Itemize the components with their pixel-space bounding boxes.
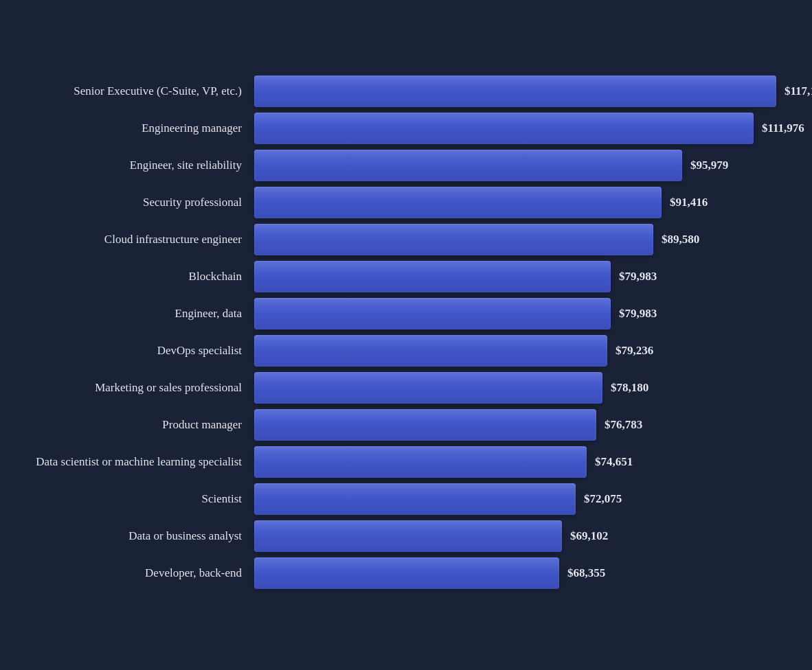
bar-value: $79,236 — [616, 344, 653, 358]
bar-label: DevOps specialist — [27, 343, 254, 358]
bar-label: Product manager — [27, 417, 254, 432]
bar — [254, 224, 653, 255]
bar-row: Engineer, data$79,983 — [27, 298, 785, 330]
bar-wrapper: $79,236 — [254, 335, 785, 367]
bar-row: Data or business analyst$69,102 — [27, 520, 785, 552]
bar-label: Marketing or sales professional — [27, 380, 254, 395]
bar — [254, 520, 562, 552]
bar-label: Developer, back-end — [27, 566, 254, 581]
bar — [254, 113, 754, 144]
bar-value: $117,126 — [785, 84, 812, 98]
bar-row: Cloud infrastructure engineer$89,580 — [27, 224, 785, 255]
bar-label: Engineer, site reliability — [27, 158, 254, 173]
bar-wrapper: $69,102 — [254, 520, 785, 552]
bar-row: Scientist$72,075 — [27, 483, 785, 515]
bar-value: $69,102 — [570, 529, 608, 543]
bar-label: Security professional — [27, 195, 254, 210]
bar-wrapper: $91,416 — [254, 187, 785, 218]
bar-wrapper: $74,651 — [254, 446, 785, 478]
bar-row: Engineering manager$111,976 — [27, 113, 785, 144]
bar-value: $79,983 — [619, 270, 657, 284]
bar-value: $79,983 — [619, 307, 657, 321]
bar-wrapper: $95,979 — [254, 150, 785, 181]
bar-wrapper: $117,126 — [254, 76, 812, 107]
bar-value: $111,976 — [762, 122, 804, 135]
bar-label: Scientist — [27, 492, 254, 507]
bar-wrapper: $89,580 — [254, 224, 785, 255]
bar-row: Data scientist or machine learning speci… — [27, 446, 785, 478]
bar-value: $91,416 — [670, 196, 708, 209]
bar-label: Senior Executive (C-Suite, VP, etc.) — [27, 84, 254, 99]
bar-value: $78,180 — [611, 381, 649, 395]
bar-wrapper: $79,983 — [254, 261, 785, 292]
bar-label: Data or business analyst — [27, 529, 254, 544]
bar — [254, 150, 682, 181]
bar-value: $95,979 — [690, 159, 728, 172]
bar — [254, 483, 576, 515]
bar — [254, 298, 611, 330]
bar-label: Cloud infrastructure engineer — [27, 232, 254, 247]
bar-wrapper: $76,783 — [254, 409, 785, 441]
bar-label: Engineer, data — [27, 306, 254, 321]
bar-value: $89,580 — [662, 233, 699, 246]
bar-row: Senior Executive (C-Suite, VP, etc.)$117… — [27, 76, 785, 107]
bar — [254, 76, 776, 107]
bar-wrapper: $78,180 — [254, 372, 785, 404]
bar-row: DevOps specialist$79,236 — [27, 335, 785, 367]
bar-wrapper: $79,983 — [254, 298, 785, 330]
bar-label: Data scientist or machine learning speci… — [27, 454, 254, 470]
bar-value: $72,075 — [584, 492, 622, 506]
bar — [254, 446, 587, 478]
bar — [254, 335, 607, 367]
bar-row: Security professional$91,416 — [27, 187, 785, 218]
bar-row: Developer, back-end$68,355 — [27, 557, 785, 589]
bar — [254, 261, 611, 292]
bar-chart: Senior Executive (C-Suite, VP, etc.)$117… — [27, 76, 785, 594]
bar-row: Blockchain$79,983 — [27, 261, 785, 292]
bar — [254, 557, 559, 589]
bar-wrapper: $72,075 — [254, 483, 785, 515]
bar-label: Blockchain — [27, 269, 254, 284]
bar-value: $74,651 — [595, 455, 633, 469]
bar-value: $76,783 — [605, 418, 642, 432]
bar-row: Engineer, site reliability$95,979 — [27, 150, 785, 181]
bar-row: Marketing or sales professional$78,180 — [27, 372, 785, 404]
bar — [254, 409, 596, 441]
bar-value: $68,355 — [567, 566, 605, 580]
bar-wrapper: $111,976 — [254, 113, 804, 144]
bar-row: Product manager$76,783 — [27, 409, 785, 441]
bar-label: Engineering manager — [27, 121, 254, 136]
bar — [254, 187, 662, 218]
bar — [254, 372, 602, 404]
bar-wrapper: $68,355 — [254, 557, 785, 589]
